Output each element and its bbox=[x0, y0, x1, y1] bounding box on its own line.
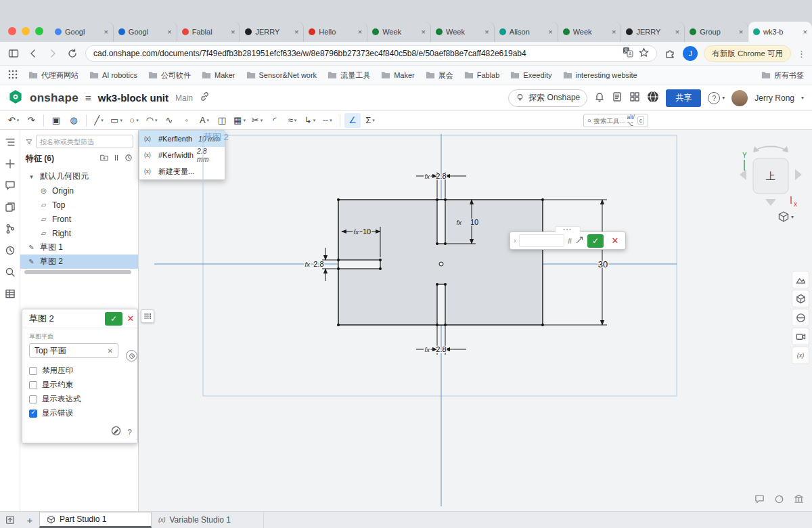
toolbar-tool-button[interactable]: ▾ bbox=[43, 114, 44, 127]
tab-close-icon[interactable] bbox=[803, 28, 807, 36]
dim-top-kerf[interactable]: 2.8 bbox=[436, 172, 446, 180]
dim-left-slot[interactable]: 10 bbox=[363, 227, 371, 236]
document-info-icon[interactable] bbox=[612, 91, 623, 105]
tab-close-icon[interactable] bbox=[739, 28, 743, 36]
browser-tab[interactable]: wk3-b bbox=[748, 22, 812, 42]
toolbar-tool-button[interactable]: ╱ ▾ bbox=[91, 113, 107, 128]
sketch-geometry[interactable]: fx 2.8 fx 10 fx 10 fx 2.8 30 fx 2.8 bbox=[139, 130, 812, 511]
panel-scrollbar[interactable] bbox=[24, 270, 131, 274]
toolbar-tool-button[interactable]: ◠ ▾ bbox=[143, 113, 160, 128]
app-switcher-icon[interactable] bbox=[629, 91, 640, 105]
pan-left-icon[interactable] bbox=[740, 169, 746, 180]
new-studio-tab-icon[interactable] bbox=[20, 512, 39, 528]
feature-tree-item[interactable]: 草图 2 bbox=[20, 255, 138, 269]
feature-tree-item[interactable]: Origin bbox=[20, 183, 138, 198]
panel-views-icon[interactable] bbox=[792, 328, 809, 345]
dialog-options-button[interactable] bbox=[141, 309, 154, 323]
browser-tab[interactable]: Googl bbox=[50, 22, 114, 42]
confirm-sketch-button[interactable] bbox=[105, 312, 122, 326]
comments-panel-icon[interactable] bbox=[5, 180, 16, 194]
extensions-puzzle-icon[interactable] bbox=[663, 47, 677, 60]
view-cube[interactable]: 上 Y x bbox=[733, 137, 809, 210]
dialog-help-icon[interactable] bbox=[127, 428, 132, 437]
pan-right-icon[interactable] bbox=[795, 169, 802, 180]
browser-tab[interactable]: Week bbox=[431, 22, 495, 42]
bookmark-item[interactable]: 流量工具 bbox=[328, 70, 370, 81]
page-url[interactable]: cad.onshape.com/documents/7f49edfb3b2819… bbox=[93, 49, 617, 58]
dimension-reference-icon[interactable] bbox=[575, 235, 584, 247]
browser-tab[interactable]: Group bbox=[685, 22, 748, 42]
apps-grid-icon[interactable] bbox=[8, 70, 18, 81]
insert-panel-icon[interactable] bbox=[5, 158, 16, 172]
url-omnibox[interactable]: cad.onshape.com/documents/7f49edfb3b2819… bbox=[85, 45, 657, 62]
translate-icon[interactable]: 文A bbox=[623, 47, 633, 60]
add-folder-icon[interactable] bbox=[100, 154, 108, 164]
tab-variable-studio[interactable]: Variable Studio 1 bbox=[152, 512, 264, 528]
confirm-dimension-button[interactable] bbox=[587, 234, 604, 248]
checkbox[interactable] bbox=[29, 381, 37, 389]
tab-part-studio[interactable]: Part Studio 1 bbox=[39, 512, 152, 528]
feature-tree-item[interactable]: 草图 1 bbox=[20, 240, 138, 255]
toolbar-tool-button[interactable]: ↶ ▾ bbox=[5, 113, 22, 128]
search-tools-box[interactable]: alt/⌥ c bbox=[583, 114, 648, 127]
pan-down-icon[interactable] bbox=[765, 199, 776, 206]
browser-tab[interactable]: JERRY bbox=[621, 22, 685, 42]
tab-close-icon[interactable] bbox=[104, 28, 108, 36]
bookmark-item[interactable]: Exeedity bbox=[510, 70, 551, 81]
tab-close-icon[interactable] bbox=[484, 28, 489, 36]
bookmark-item[interactable]: Maker bbox=[202, 70, 235, 81]
sketch-option-row[interactable]: 禁用压印 bbox=[29, 364, 131, 378]
browser-tab[interactable]: Week bbox=[367, 22, 431, 42]
feature-tree-item[interactable]: Front bbox=[20, 212, 138, 226]
browser-tab[interactable]: Alison bbox=[495, 22, 558, 42]
tab-close-icon[interactable] bbox=[358, 28, 362, 36]
final-state-clock-icon[interactable] bbox=[126, 350, 137, 361]
cancel-dimension-button[interactable] bbox=[608, 234, 622, 248]
back-icon[interactable] bbox=[26, 47, 40, 60]
toolbar-tool-button[interactable]: Σ ▾ bbox=[362, 113, 378, 128]
chrome-update-button[interactable]: 有新版 Chrome 可用 bbox=[704, 45, 791, 62]
bookmark-item[interactable]: 展会 bbox=[426, 70, 453, 81]
toolbar-tool-button[interactable]: ≈ ▾ bbox=[284, 113, 300, 128]
tab-close-icon[interactable] bbox=[548, 28, 552, 36]
feature-list-panel-icon[interactable] bbox=[5, 137, 16, 150]
tab-close-icon[interactable] bbox=[675, 28, 679, 36]
tab-close-icon[interactable] bbox=[294, 28, 298, 36]
panel-toggle-icon[interactable] bbox=[0, 512, 20, 528]
toolbar-tool-button[interactable]: ╌ ▾ bbox=[319, 113, 336, 128]
toolbar-tool-button[interactable]: A ▾ bbox=[196, 113, 212, 128]
feature-tree-item[interactable]: Top bbox=[20, 198, 138, 212]
user-name[interactable]: Jerry Rong bbox=[754, 93, 794, 103]
suppress-pause-icon[interactable] bbox=[112, 154, 120, 164]
dimension-value-input[interactable] bbox=[519, 234, 564, 247]
sync-status-icon[interactable] bbox=[774, 494, 784, 507]
user-avatar[interactable] bbox=[731, 90, 748, 106]
top-kerf-slot[interactable] bbox=[437, 200, 445, 244]
checkbox[interactable] bbox=[29, 367, 37, 375]
sketch-option-row[interactable]: 显示错误 bbox=[29, 406, 131, 420]
toolbar-tool-button[interactable]: ◫ ▾ bbox=[214, 113, 230, 128]
popup-expand-icon[interactable] bbox=[514, 237, 516, 244]
browser-tab[interactable]: Googl bbox=[114, 22, 177, 42]
panel-display-icon[interactable] bbox=[792, 271, 809, 288]
notifications-bell-icon[interactable] bbox=[594, 91, 605, 105]
all-bookmarks-button[interactable]: 所有书签 bbox=[761, 70, 804, 81]
toolbar-tool-button[interactable]: ↳ ▾ bbox=[302, 113, 318, 128]
feature-tree-item[interactable]: 默认几何图元 bbox=[20, 169, 138, 183]
toolbar-tool-button[interactable]: ↷ ▾ bbox=[23, 113, 39, 128]
help-button[interactable] bbox=[708, 92, 725, 104]
toolbar-tool-button[interactable]: ◦ ▾ bbox=[179, 113, 195, 128]
sketch-plane-select[interactable]: Top 平面 bbox=[29, 343, 118, 358]
browser-tab[interactable]: Week bbox=[558, 22, 622, 42]
zoom-window-icon[interactable] bbox=[35, 27, 43, 35]
tab-close-icon[interactable] bbox=[231, 28, 235, 36]
sketch-option-row[interactable]: 显示表达式 bbox=[29, 392, 131, 406]
dim-top-slot[interactable]: 10 bbox=[470, 218, 478, 226]
sketch-edit-icon[interactable] bbox=[111, 426, 121, 439]
bookmark-item[interactable]: Maker bbox=[381, 70, 415, 81]
toolbar-tool-button[interactable]: ▦ ▾ bbox=[231, 113, 248, 128]
rollback-clock-icon[interactable] bbox=[125, 154, 133, 164]
graphics-canvas[interactable]: fx 2.8 fx 10 fx 10 fx 2.8 30 fx 2.8 草图 2… bbox=[139, 130, 812, 511]
browser-menu-icon[interactable] bbox=[797, 52, 805, 56]
view-cube-face-label[interactable]: 上 bbox=[766, 171, 775, 181]
